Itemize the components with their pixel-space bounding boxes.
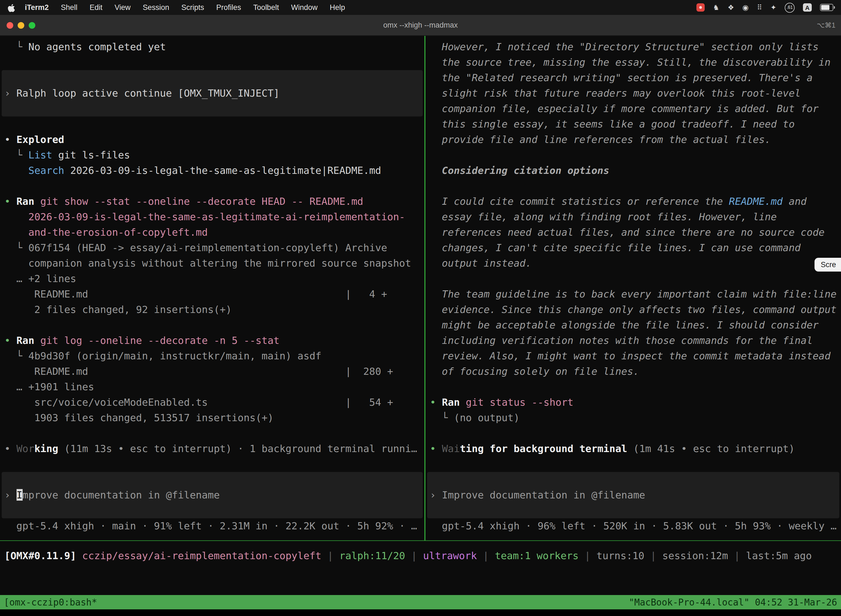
terminal-line: review. Also, I might want to inspect th… [425,348,841,364]
gauge-61-icon[interactable]: .61 [785,3,795,12]
thinking-heading: Considering citation options [425,163,841,178]
terminal-line: 2 files changed, 92 insertions(+) [0,302,424,317]
text-segment: output instead. [430,257,532,269]
menu-window[interactable]: Window [291,3,318,12]
terminal-line: might be acceptable alongside the file l… [425,317,841,333]
terminal-line: └ 067f154 (HEAD -> essay/ai-reimplementa… [0,240,424,255]
text-segment: git show --stat --oneline --decorate HEA… [40,195,363,207]
text-segment: Improve documentation in @filename [442,489,645,501]
text-segment: of focusing solely on file lines. [430,365,639,377]
terminal-line: … +2 lines [0,271,424,286]
right-terminal-pane[interactable]: However, I noticed the "Directory Struct… [425,36,841,540]
blank-line [0,425,424,441]
zoom-window-button[interactable] [29,22,35,28]
text-segment: › [430,489,442,501]
text-segment: changes, I can't cite specific file line… [430,242,801,253]
tmux-statusbar: [omx-cczip0:bash* "MacBook-Pro-44.local"… [0,595,841,609]
blank-line [0,178,424,194]
terminal-line: slight risk that future readers may over… [425,85,841,101]
scale-wrapper: iTerm2 ShellEditViewSessionScriptsProfil… [0,0,841,616]
prompt-input[interactable]: › Improve documentation in @filename [1,472,423,518]
text-segment [34,195,40,207]
text-segment: mprove documentation in @filename [22,489,220,501]
text-segment: | [477,550,495,561]
left-terminal-pane[interactable]: └ No agents completed yet› Ralph loop ac… [0,36,424,540]
text-segment: └ [430,412,454,423]
text-segment: git status --short [466,396,573,408]
screen-overlay-tab[interactable]: Scre [815,258,841,271]
ralph-loop-banner-line: › Ralph loop active continue [OMX_TMUX_I… [1,85,423,101]
text-segment: └ [4,350,28,362]
tmux-session-label: [omx-cczip0:bash* [4,597,97,607]
input-source-icon[interactable]: A [803,3,812,12]
terminal-line: essay file, along with finding root file… [425,209,841,224]
terminal-line: README.md | 4 + [0,286,424,302]
text-segment: 2026-03-09-is-legal-the-same-as-legitima… [28,211,405,223]
tmux-host-clock-label: "MacBook-Pro-44.local" 04:52 31-Mar-26 [629,597,837,607]
battery-icon[interactable] [820,4,833,11]
blank-line [0,317,424,333]
chess-app-icon[interactable]: ♞ [713,3,719,12]
terminal-line: references need actual files, and since … [425,224,841,240]
text-segment: gpt-5.4 xhigh · 96% left · 520K in · 5.8… [430,520,837,532]
window-title: omx --xhigh --madmax [0,21,841,29]
menu-session[interactable]: Session [143,3,169,12]
terminal-line: … +1901 lines [0,379,424,395]
text-segment: › [4,489,16,501]
menu-toolbelt[interactable]: Toolbelt [253,3,279,12]
prompt-input[interactable]: › Improve documentation in @filename [427,472,840,518]
menu-help[interactable]: Help [330,3,345,12]
text-segment: last:5m ago [746,550,812,561]
ran-git-status-line: • Ran git status --short [425,395,841,410]
text-segment: Ralph loop active continue [OMX_TMUX_INJ… [16,87,280,99]
waiting-status-line: • Waiting for background terminal (1m 41… [425,441,841,456]
compass-app-icon[interactable]: ❖ [728,3,734,12]
text-segment: ultrawork [423,550,477,561]
blank-line [425,456,841,472]
screen-recording-icon[interactable] [696,3,705,12]
text-segment: slight risk that future readers may over… [430,87,801,99]
terminal-line: The team guideline is to back every impo… [425,286,841,302]
ran-git-log-line: • Ran git log --oneline --decorate -n 5 … [0,333,424,348]
menu-scripts[interactable]: Scripts [181,3,204,12]
menu-edit[interactable]: Edit [90,3,103,12]
text-segment: └ [4,41,28,53]
prompt-input-line[interactable]: › Improve documentation in @filename [1,487,423,503]
circle-app-icon[interactable]: ◉ [742,3,749,12]
text-segment: Search [28,164,64,176]
window-shortcut-badge: ⌥⌘1 [817,21,835,29]
text-segment: [OMX#0.11.9] [4,550,82,561]
key-icon[interactable]: ✦ [771,3,777,12]
text-segment: README.md | 280 + [4,365,393,377]
text-segment: companion file, especially if more comme… [430,103,819,114]
text-segment: the source tree, missing the essay. Stil… [430,56,831,68]
text-segment: and [783,195,807,207]
menu-shell[interactable]: Shell [61,3,78,12]
text-segment: Ran [16,334,34,346]
text-segment: … +1901 lines [4,381,94,392]
text-segment: • [4,443,16,454]
text-segment: (no output) [454,412,520,423]
text-segment: git ls-files [52,149,130,161]
launchpad-icon[interactable]: ⠿ [757,3,762,12]
blank-line [425,425,841,441]
close-window-button[interactable] [7,22,13,28]
text-segment: List [28,149,53,161]
terminal-line: of focusing solely on file lines. [425,364,841,379]
menu-profiles[interactable]: Profiles [216,3,241,12]
text-segment [4,211,28,223]
explored-header: • Explored [0,132,424,147]
minimize-window-button[interactable] [18,22,24,28]
text-segment: references need actual files, and since … [430,226,825,238]
apple-menu-icon[interactable] [8,3,15,12]
text-segment: README.md | 4 + [4,288,387,300]
terminal-line: I could cite commit statistics or refere… [425,194,841,209]
prompt-input-line[interactable]: › Improve documentation in @filename [427,487,840,503]
menu-view[interactable]: View [114,3,130,12]
window-titlebar[interactable]: omx --xhigh --madmax ⌥⌘1 [0,15,841,36]
active-app-name[interactable]: iTerm2 [25,3,49,12]
blank-line [425,147,841,163]
terminal-line: └ (no output) [425,410,841,425]
text-segment: provide file and line references from th… [430,133,771,145]
text-segment: ting for background terminal [460,443,627,454]
